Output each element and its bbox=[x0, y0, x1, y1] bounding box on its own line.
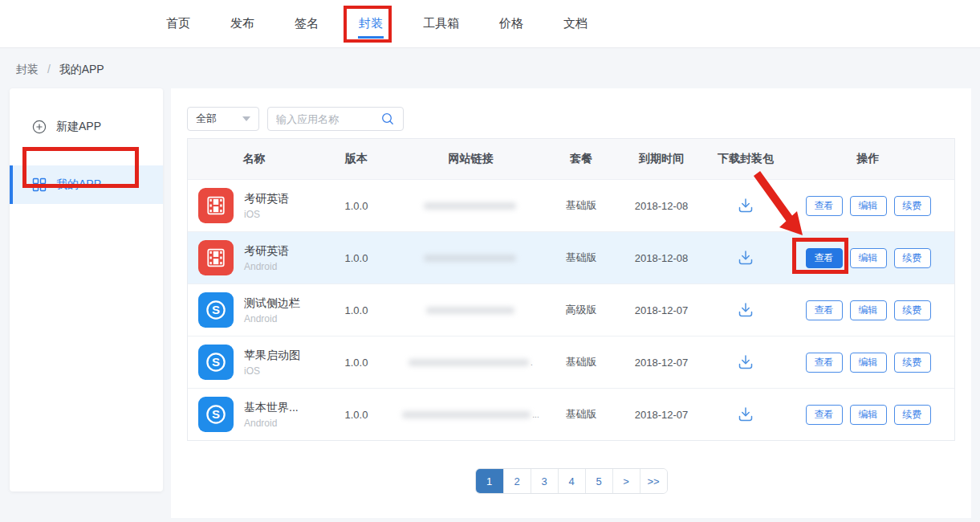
expire-date: 2018-12-07 bbox=[613, 357, 710, 369]
plus-circle-icon bbox=[32, 120, 47, 134]
expire-date: 2018-12-08 bbox=[613, 252, 710, 264]
top-nav: 首页发布签名封装工具箱价格文档 bbox=[0, 0, 980, 48]
app-platform: iOS bbox=[244, 365, 320, 377]
renew-button[interactable]: 续费 bbox=[894, 405, 931, 425]
nav-item[interactable]: 发布 bbox=[230, 0, 254, 48]
app-platform: Android bbox=[244, 418, 320, 429]
edit-button[interactable]: 编辑 bbox=[850, 196, 887, 216]
search-input[interactable] bbox=[276, 113, 380, 125]
download-package-button[interactable] bbox=[737, 301, 754, 319]
type-filter-value: 全部 bbox=[196, 112, 217, 126]
table-row: S 测试侧边栏 Android 1.0.0 高级版 2018-12-07 查看编… bbox=[188, 283, 954, 336]
nav-item[interactable]: 文档 bbox=[563, 0, 588, 48]
renew-button[interactable]: 续费 bbox=[894, 300, 931, 320]
nav-item[interactable]: 签名 bbox=[295, 0, 319, 48]
view-button[interactable]: 查看 bbox=[806, 353, 843, 373]
link-suffix: ... bbox=[532, 410, 539, 419]
edit-button[interactable]: 编辑 bbox=[850, 405, 887, 425]
nav-item[interactable]: 封装 bbox=[359, 0, 383, 48]
sidebar-item-new-app[interactable]: 新建APP bbox=[10, 108, 163, 146]
app-platform: Android bbox=[244, 313, 320, 324]
nav-item[interactable]: 首页 bbox=[166, 0, 190, 48]
blurred-link-bar bbox=[424, 255, 516, 262]
sidebar-item-my-app[interactable]: 我的APP bbox=[10, 165, 163, 204]
renew-button[interactable]: 续费 bbox=[894, 196, 931, 216]
view-button[interactable]: 查看 bbox=[806, 196, 843, 216]
sphere-icon: S bbox=[198, 345, 234, 380]
app-name: 基本世界... bbox=[244, 401, 320, 415]
download-cell bbox=[710, 197, 782, 214]
main-panel: 全部 名称版本网站链接套餐到期时间下载封装包操作 考研英语 iOS 1.0.0 … bbox=[171, 88, 971, 518]
expire-date: 2018-12-08 bbox=[613, 200, 710, 212]
page-next-button[interactable]: >> bbox=[640, 469, 667, 493]
row-actions: 查看编辑续费 bbox=[782, 196, 954, 216]
expire-date: 2018-12-07 bbox=[613, 409, 710, 421]
view-button[interactable]: 查看 bbox=[806, 300, 843, 320]
download-package-button[interactable] bbox=[737, 197, 754, 214]
breadcrumb-current-page: 我的APP bbox=[59, 63, 104, 75]
app-name-cell: 考研英语 Android bbox=[244, 244, 320, 272]
renew-button[interactable]: 续费 bbox=[894, 248, 931, 268]
view-button[interactable]: 查看 bbox=[806, 405, 843, 425]
plan-badge: 基础版 bbox=[549, 407, 613, 422]
download-icon bbox=[737, 353, 754, 371]
nav-item[interactable]: 工具箱 bbox=[423, 0, 459, 48]
download-package-button[interactable] bbox=[737, 353, 754, 371]
app-table: 名称版本网站链接套餐到期时间下载封装包操作 考研英语 iOS 1.0.0 基础版… bbox=[187, 138, 955, 441]
breadcrumb-separator: / bbox=[47, 63, 51, 75]
breadcrumb-section[interactable]: 封装 bbox=[16, 63, 39, 75]
website-link-blurred bbox=[392, 202, 549, 210]
website-link-blurred bbox=[392, 307, 549, 314]
edit-button[interactable]: 编辑 bbox=[850, 248, 887, 268]
app-search bbox=[267, 107, 404, 131]
app-platform: iOS bbox=[244, 209, 320, 220]
website-link-blurred: . bbox=[392, 358, 549, 367]
download-cell bbox=[710, 249, 782, 267]
page-number-button[interactable]: 4 bbox=[558, 469, 585, 493]
search-icon[interactable] bbox=[380, 112, 395, 126]
view-button[interactable]: 查看 bbox=[806, 248, 843, 268]
page-number-button[interactable]: 2 bbox=[503, 469, 531, 493]
edit-button[interactable]: 编辑 bbox=[850, 300, 887, 320]
plan-badge: 基础版 bbox=[549, 251, 613, 265]
download-icon bbox=[737, 249, 754, 267]
app-icon-cell: S bbox=[188, 397, 244, 432]
renew-button[interactable]: 续费 bbox=[894, 353, 931, 373]
sidebar-item-label: 新建APP bbox=[56, 120, 101, 134]
sphere-icon: S bbox=[198, 397, 234, 432]
table-row: S 基本世界... Android 1.0.0 ... 基础版 2018-12-… bbox=[188, 388, 954, 440]
download-package-button[interactable] bbox=[737, 249, 754, 267]
page-number-button[interactable]: 1 bbox=[476, 469, 503, 493]
svg-text:S: S bbox=[212, 303, 220, 316]
nav-item[interactable]: 价格 bbox=[499, 0, 523, 48]
expire-date: 2018-12-07 bbox=[613, 304, 710, 316]
grid-icon bbox=[32, 177, 47, 192]
sphere-icon: S bbox=[198, 292, 234, 328]
app-name: 测试侧边栏 bbox=[244, 296, 320, 311]
plan-badge: 高级版 bbox=[549, 303, 613, 317]
type-filter-dropdown[interactable]: 全部 bbox=[187, 107, 259, 131]
table-header-row: 名称版本网站链接套餐到期时间下载封装包操作 bbox=[188, 139, 954, 179]
row-actions: 查看编辑续费 bbox=[782, 353, 954, 373]
page-number-button[interactable]: 3 bbox=[531, 469, 558, 493]
column-header: 名称 bbox=[188, 152, 320, 166]
download-icon bbox=[737, 301, 754, 319]
app-name: 考研英语 bbox=[244, 192, 320, 206]
film-icon bbox=[198, 188, 234, 223]
website-link-blurred: ... bbox=[392, 410, 549, 419]
page-number-button[interactable]: 5 bbox=[585, 469, 612, 493]
row-actions: 查看编辑续费 bbox=[782, 405, 954, 425]
column-header: 到期时间 bbox=[613, 152, 710, 166]
app-icon-cell: S bbox=[188, 292, 244, 328]
table-row: 考研英语 iOS 1.0.0 基础版 2018-12-08 查看编辑续费 bbox=[188, 179, 954, 231]
download-package-button[interactable] bbox=[737, 406, 754, 423]
app-version: 1.0.0 bbox=[320, 409, 392, 421]
row-actions: 查看编辑续费 bbox=[782, 300, 954, 320]
table-row: S 苹果启动图 iOS 1.0.0 . 基础版 2018-12-07 查看编辑续… bbox=[188, 336, 954, 388]
app-icon-cell bbox=[188, 188, 244, 223]
page-next-button[interactable]: > bbox=[612, 469, 640, 493]
app-name: 考研英语 bbox=[244, 244, 320, 259]
edit-button[interactable]: 编辑 bbox=[850, 353, 887, 373]
blurred-link-bar bbox=[424, 202, 516, 210]
chevron-down-icon bbox=[242, 116, 250, 121]
